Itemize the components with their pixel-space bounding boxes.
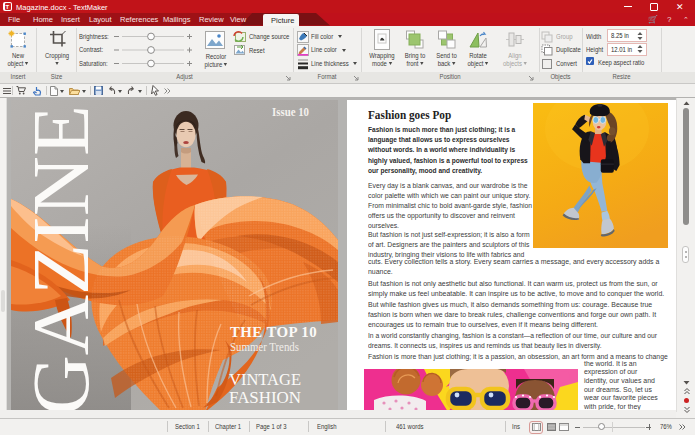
- svg-text:VINTAGE: VINTAGE: [229, 370, 301, 389]
- svg-text:Summer Trends: Summer Trends: [230, 340, 299, 354]
- svg-text:THE TOP 10: THE TOP 10: [230, 324, 317, 340]
- svg-text:Issue 10: Issue 10: [272, 106, 309, 118]
- svg-text:MAGAZINE: MAGAZINE: [16, 105, 106, 410]
- svg-text:FASHION: FASHION: [229, 388, 301, 407]
